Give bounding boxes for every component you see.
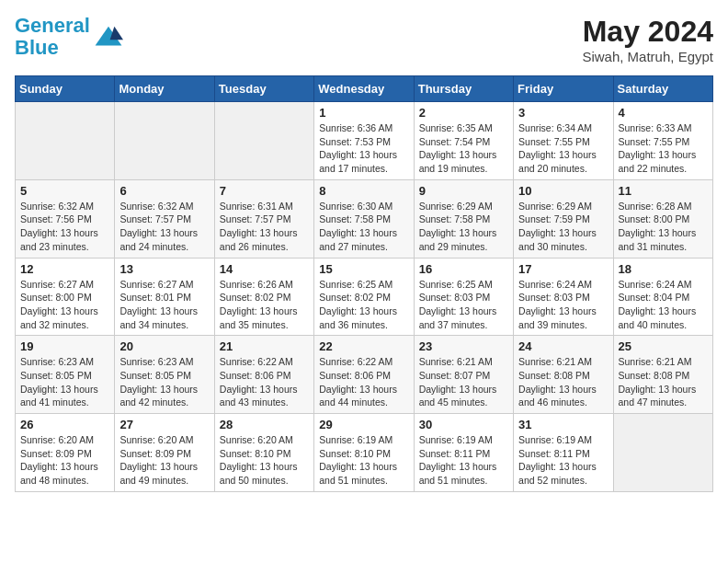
day-number: 26 [20,418,109,431]
day-info: Sunrise: 6:27 AM Sunset: 8:00 PM Dayligh… [20,278,109,332]
day-number: 14 [220,262,309,276]
calendar-week-row: 12Sunrise: 6:27 AM Sunset: 8:00 PM Dayli… [16,258,713,336]
day-info: Sunrise: 6:29 AM Sunset: 7:58 PM Dayligh… [419,200,508,254]
day-info: Sunrise: 6:21 AM Sunset: 8:07 PM Dayligh… [419,355,508,409]
day-number: 19 [20,339,109,353]
calendar-cell [214,102,313,180]
day-info: Sunrise: 6:23 AM Sunset: 8:05 PM Dayligh… [119,355,209,409]
day-number: 30 [419,418,508,431]
day-number: 11 [619,184,708,198]
day-info: Sunrise: 6:36 AM Sunset: 7:53 PM Dayligh… [319,121,408,176]
day-info: Sunrise: 6:20 AM Sunset: 8:09 PM Dayligh… [119,433,209,488]
day-info: Sunrise: 6:27 AM Sunset: 8:01 PM Dayligh… [119,278,209,332]
calendar-cell: 17Sunrise: 6:24 AM Sunset: 8:03 PM Dayli… [514,258,613,336]
calendar-cell [16,102,115,180]
calendar-cell: 8Sunrise: 6:30 AM Sunset: 7:58 PM Daylig… [314,179,414,258]
calendar-cell: 28Sunrise: 6:20 AM Sunset: 8:10 PM Dayli… [214,414,313,492]
weekday-header: Thursday [414,76,513,102]
calendar-cell: 4Sunrise: 6:33 AM Sunset: 7:55 PM Daylig… [613,102,712,180]
month-title: May 2024 [582,15,713,49]
logo-text: GeneralBlue [15,15,90,59]
day-info: Sunrise: 6:20 AM Sunset: 8:09 PM Dayligh… [20,433,109,488]
day-number: 9 [419,184,508,198]
day-number: 5 [20,184,109,198]
day-number: 8 [319,184,408,198]
day-info: Sunrise: 6:33 AM Sunset: 7:55 PM Dayligh… [619,121,708,176]
day-number: 18 [619,262,708,276]
day-info: Sunrise: 6:24 AM Sunset: 8:04 PM Dayligh… [619,278,708,332]
logo-icon [94,22,123,52]
day-info: Sunrise: 6:29 AM Sunset: 7:59 PM Dayligh… [518,200,608,254]
calendar-cell [613,414,712,492]
weekday-header: Tuesday [214,76,313,102]
calendar-cell: 23Sunrise: 6:21 AM Sunset: 8:07 PM Dayli… [414,336,513,414]
calendar-cell: 1Sunrise: 6:36 AM Sunset: 7:53 PM Daylig… [314,102,414,180]
calendar-week-row: 5Sunrise: 6:32 AM Sunset: 7:56 PM Daylig… [16,179,713,258]
calendar-cell: 7Sunrise: 6:31 AM Sunset: 7:57 PM Daylig… [214,179,313,258]
day-number: 25 [619,339,708,353]
day-info: Sunrise: 6:34 AM Sunset: 7:55 PM Dayligh… [518,121,608,176]
calendar-cell: 31Sunrise: 6:19 AM Sunset: 8:11 PM Dayli… [514,414,613,492]
day-info: Sunrise: 6:31 AM Sunset: 7:57 PM Dayligh… [220,200,309,254]
calendar-cell: 6Sunrise: 6:32 AM Sunset: 7:57 PM Daylig… [115,179,214,258]
day-info: Sunrise: 6:32 AM Sunset: 7:57 PM Dayligh… [119,200,209,254]
calendar-cell: 5Sunrise: 6:32 AM Sunset: 7:56 PM Daylig… [16,179,115,258]
day-info: Sunrise: 6:32 AM Sunset: 7:56 PM Dayligh… [20,200,109,254]
title-block: May 2024 Siwah, Matruh, Egypt [582,15,713,64]
day-number: 20 [119,339,209,353]
day-info: Sunrise: 6:21 AM Sunset: 8:08 PM Dayligh… [518,355,608,409]
day-info: Sunrise: 6:22 AM Sunset: 8:06 PM Dayligh… [220,355,309,409]
day-info: Sunrise: 6:23 AM Sunset: 8:05 PM Dayligh… [20,355,109,409]
calendar-cell: 27Sunrise: 6:20 AM Sunset: 8:09 PM Dayli… [115,414,214,492]
calendar-cell: 25Sunrise: 6:21 AM Sunset: 8:08 PM Dayli… [613,336,712,414]
weekday-header: Sunday [16,76,115,102]
location: Siwah, Matruh, Egypt [582,49,713,64]
day-info: Sunrise: 6:19 AM Sunset: 8:10 PM Dayligh… [319,433,408,488]
day-number: 7 [220,184,309,198]
day-number: 2 [419,106,508,120]
day-number: 17 [518,262,608,276]
calendar-week-row: 1Sunrise: 6:36 AM Sunset: 7:53 PM Daylig… [16,102,713,180]
day-number: 15 [319,262,408,276]
calendar-week-row: 19Sunrise: 6:23 AM Sunset: 8:05 PM Dayli… [16,336,713,414]
calendar-cell: 10Sunrise: 6:29 AM Sunset: 7:59 PM Dayli… [514,179,613,258]
calendar-header: SundayMondayTuesdayWednesdayThursdayFrid… [16,76,713,102]
day-info: Sunrise: 6:20 AM Sunset: 8:10 PM Dayligh… [220,433,309,488]
day-number: 10 [518,184,608,198]
day-number: 12 [20,262,109,276]
weekday-header: Monday [115,76,214,102]
weekday-header: Wednesday [314,76,414,102]
calendar-cell: 15Sunrise: 6:25 AM Sunset: 8:02 PM Dayli… [314,258,414,336]
calendar-cell: 3Sunrise: 6:34 AM Sunset: 7:55 PM Daylig… [514,102,613,180]
day-number: 16 [419,262,508,276]
logo: GeneralBlue [15,15,123,59]
day-number: 31 [518,418,608,431]
day-number: 3 [518,106,608,120]
calendar-cell: 13Sunrise: 6:27 AM Sunset: 8:01 PM Dayli… [115,258,214,336]
day-info: Sunrise: 6:19 AM Sunset: 8:11 PM Dayligh… [419,433,508,488]
calendar-cell: 18Sunrise: 6:24 AM Sunset: 8:04 PM Dayli… [613,258,712,336]
day-number: 13 [119,262,209,276]
day-info: Sunrise: 6:35 AM Sunset: 7:54 PM Dayligh… [419,121,508,176]
day-number: 23 [419,339,508,353]
day-info: Sunrise: 6:21 AM Sunset: 8:08 PM Dayligh… [619,355,708,409]
day-number: 22 [319,339,408,353]
day-number: 28 [220,418,309,431]
day-info: Sunrise: 6:28 AM Sunset: 8:00 PM Dayligh… [619,200,708,254]
day-info: Sunrise: 6:19 AM Sunset: 8:11 PM Dayligh… [518,433,608,488]
calendar-body: 1Sunrise: 6:36 AM Sunset: 7:53 PM Daylig… [16,102,713,492]
weekday-header: Friday [514,76,613,102]
calendar-cell: 21Sunrise: 6:22 AM Sunset: 8:06 PM Dayli… [214,336,313,414]
calendar-cell: 14Sunrise: 6:26 AM Sunset: 8:02 PM Dayli… [214,258,313,336]
calendar-cell: 11Sunrise: 6:28 AM Sunset: 8:00 PM Dayli… [613,179,712,258]
calendar-cell: 24Sunrise: 6:21 AM Sunset: 8:08 PM Dayli… [514,336,613,414]
calendar-cell: 22Sunrise: 6:22 AM Sunset: 8:06 PM Dayli… [314,336,414,414]
weekday-header-row: SundayMondayTuesdayWednesdayThursdayFrid… [16,76,713,102]
calendar-cell: 2Sunrise: 6:35 AM Sunset: 7:54 PM Daylig… [414,102,513,180]
calendar-cell: 26Sunrise: 6:20 AM Sunset: 8:09 PM Dayli… [16,414,115,492]
calendar-cell [115,102,214,180]
day-info: Sunrise: 6:30 AM Sunset: 7:58 PM Dayligh… [319,200,408,254]
calendar-cell: 12Sunrise: 6:27 AM Sunset: 8:00 PM Dayli… [16,258,115,336]
day-info: Sunrise: 6:25 AM Sunset: 8:03 PM Dayligh… [419,278,508,332]
calendar-cell: 16Sunrise: 6:25 AM Sunset: 8:03 PM Dayli… [414,258,513,336]
